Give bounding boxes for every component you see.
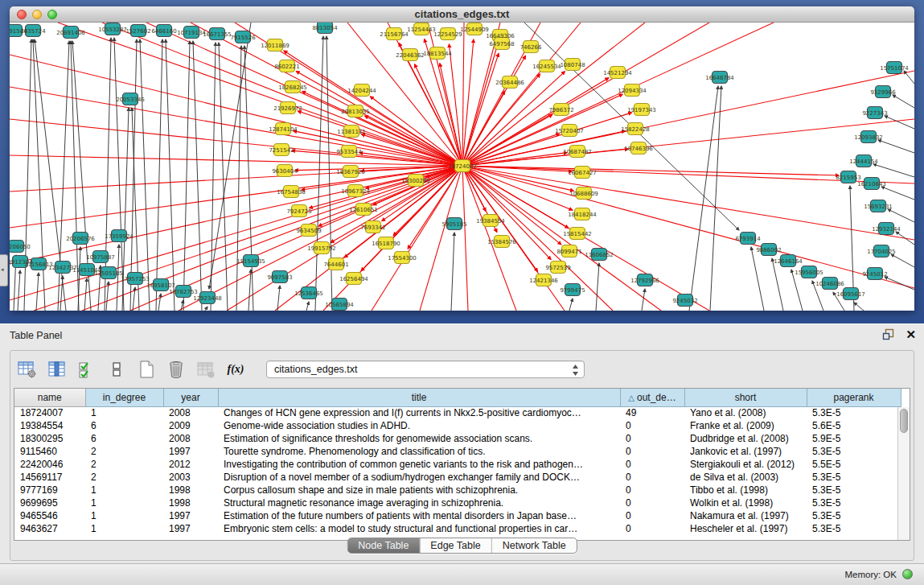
table-type-tabs: Node TableEdge TableNetwork Table bbox=[347, 538, 577, 554]
table-cell: 49 bbox=[620, 406, 684, 419]
column-header-title[interactable]: title bbox=[218, 389, 620, 406]
table-cell: Nakamura et al. (1997) bbox=[684, 509, 807, 522]
table-cell: 18724007 bbox=[14, 406, 85, 419]
node-table: namein_degreeyeartitle△out_de…shortpager… bbox=[14, 388, 910, 541]
graph-node-label: 20813035 bbox=[341, 109, 370, 115]
table-row[interactable]: 969969511998Structural magnetic resonanc… bbox=[14, 496, 901, 509]
graph-node-label: 16671355 bbox=[203, 31, 232, 38]
black-edge bbox=[158, 294, 161, 311]
column-header-name[interactable]: name bbox=[14, 389, 85, 406]
table-row[interactable]: 911546021997Tourette syndrome. Phenomeno… bbox=[14, 445, 901, 458]
table-cell: 5.3E-5 bbox=[807, 406, 901, 419]
graph-node-label: 18813544 bbox=[423, 51, 452, 57]
graph-node-label: 9245032 bbox=[672, 298, 697, 304]
table-cell: Estimation of significance thresholds fo… bbox=[218, 432, 620, 445]
graph-node-label: 1527602 bbox=[125, 28, 150, 35]
table-row[interactable]: 1938455462009Genome-wide association stu… bbox=[14, 419, 901, 432]
graph-node-label: 12444154 bbox=[849, 159, 878, 165]
panel-title: Table Panel bbox=[10, 330, 62, 341]
function-builder-icon[interactable]: f(x) bbox=[225, 359, 246, 380]
black-edge bbox=[156, 39, 162, 311]
graph-node-label: 12874104 bbox=[269, 126, 298, 133]
graph-node-label: 9634509 bbox=[296, 228, 321, 234]
table-cell: 1997 bbox=[163, 522, 218, 535]
table-row[interactable]: 2242004622012Investigating the contribut… bbox=[14, 458, 901, 471]
black-edge bbox=[193, 41, 202, 311]
table-row[interactable]: 946362711997Embryonic stem cells: a mode… bbox=[14, 522, 901, 535]
graph-node-label: 10246086 bbox=[815, 281, 844, 287]
table-scrollbar-thumb[interactable] bbox=[900, 409, 908, 433]
graph-node-label: 12094334 bbox=[618, 88, 647, 94]
select-columns-icon[interactable] bbox=[76, 359, 97, 380]
import-table-disabled-icon bbox=[195, 359, 216, 380]
table-cell: 9777169 bbox=[14, 484, 85, 496]
table-cell: 1997 bbox=[163, 445, 218, 458]
network-canvas[interactable]: 1872400712011869860222118268245219269721… bbox=[10, 23, 914, 311]
table-cell: 9699695 bbox=[14, 496, 85, 509]
table-selector-dropdown[interactable]: citations_edges.txt bbox=[266, 360, 585, 378]
float-panel-icon[interactable] bbox=[882, 328, 894, 340]
column-header-in_degree[interactable]: in_degree bbox=[85, 389, 163, 406]
black-edge bbox=[710, 86, 721, 311]
table-row[interactable]: 1456911722003Disruption of a novel membe… bbox=[14, 471, 901, 484]
table-cell: de Silva et al. (2003) bbox=[684, 471, 807, 484]
graph-node-label: 16649306 bbox=[486, 33, 515, 39]
table-row[interactable]: 977716911998Corpus callosum shape and si… bbox=[14, 484, 901, 496]
close-panel-icon[interactable]: ✕ bbox=[906, 329, 916, 340]
graph-node-label: 16067427 bbox=[568, 170, 597, 176]
table-selector-value: citations_edges.txt bbox=[274, 364, 358, 375]
black-edge bbox=[596, 263, 599, 311]
column-header-pagerank[interactable]: pagerank bbox=[807, 389, 901, 406]
table-row[interactable]: 946554611997Estimation of the future num… bbox=[14, 509, 901, 522]
graph-node-label: 9227343 bbox=[862, 110, 887, 117]
show-columns-icon[interactable] bbox=[47, 359, 68, 380]
black-edge bbox=[166, 39, 175, 311]
tab-node-table[interactable]: Node Table bbox=[347, 538, 419, 553]
black-edge bbox=[878, 140, 914, 153]
graph-node-label: 11606852 bbox=[585, 252, 614, 258]
table-cell: Embryonic stem cells: a model to study s… bbox=[218, 522, 620, 535]
graph-node-label: 19915792 bbox=[307, 245, 336, 252]
column-header-short[interactable]: short bbox=[684, 389, 807, 406]
column-settings-icon[interactable] bbox=[17, 359, 38, 380]
memory-status-indicator[interactable] bbox=[902, 569, 913, 579]
table-cell: Stergiakouli et al. (2012) bbox=[684, 458, 807, 471]
table-cell: 0 bbox=[620, 419, 684, 432]
graph-node-label: 8602221 bbox=[274, 64, 299, 70]
graph-node-label: 9097583 bbox=[267, 274, 292, 281]
table-cell: 1 bbox=[85, 509, 163, 522]
graph-node-label: 20053346 bbox=[116, 97, 145, 103]
graph-node-label: 9572539 bbox=[545, 265, 570, 271]
window-titlebar[interactable]: citations_edges.txt bbox=[10, 6, 914, 23]
graph-node-label: 10967324 bbox=[341, 188, 370, 195]
column-header-year[interactable]: year bbox=[163, 389, 218, 406]
black-edge bbox=[854, 303, 864, 311]
tab-network-table[interactable]: Network Table bbox=[491, 538, 577, 553]
table-cell: 14569117 bbox=[14, 471, 85, 484]
delete-table-icon[interactable] bbox=[166, 359, 187, 380]
table-cell: 2 bbox=[85, 471, 163, 484]
table-scrollbar[interactable] bbox=[897, 407, 910, 540]
graph-node-label: 7644601 bbox=[323, 262, 348, 268]
graph-node-label: 25206050 bbox=[10, 244, 31, 250]
graph-node-label: 9533544 bbox=[336, 149, 362, 155]
graph-node-label: 16095617 bbox=[836, 291, 865, 298]
black-edge bbox=[140, 39, 150, 311]
table-cell: 2012 bbox=[163, 458, 218, 471]
black-edge bbox=[569, 299, 573, 311]
graph-node-label: 12536465 bbox=[294, 290, 323, 297]
new-table-icon[interactable] bbox=[136, 359, 157, 380]
table-cell: 1998 bbox=[163, 496, 218, 509]
table-cell: 5.5E-5 bbox=[807, 458, 901, 471]
table-cell: 2 bbox=[85, 458, 163, 471]
tab-edge-table[interactable]: Edge Table bbox=[419, 538, 491, 553]
graph-node-label: 15822428 bbox=[621, 126, 650, 133]
rows-icon[interactable] bbox=[106, 359, 127, 380]
collapsed-panel-handle[interactable] bbox=[0, 254, 8, 286]
black-edge bbox=[117, 245, 119, 311]
table-row[interactable]: 1872400712008Changes of HCN gene express… bbox=[14, 406, 901, 419]
black-edge bbox=[84, 278, 87, 311]
table-row[interactable]: 1830029562008Estimation of significance … bbox=[14, 432, 901, 445]
dropdown-arrows-icon bbox=[572, 364, 579, 381]
column-header-out_de[interactable]: △out_de… bbox=[620, 389, 684, 406]
